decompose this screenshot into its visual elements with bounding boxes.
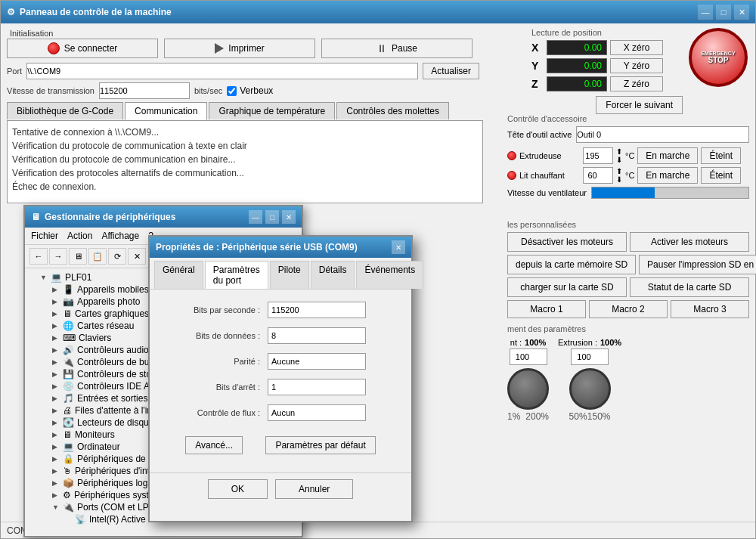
- tab-communication[interactable]: Communication: [125, 102, 207, 120]
- tool-select[interactable]: Outil 0: [576, 126, 749, 143]
- tab-temperature[interactable]: Graphique de température: [209, 102, 335, 119]
- dm-menu-view[interactable]: Affichage: [101, 231, 139, 241]
- z-zero-button[interactable]: Z zéro: [610, 76, 663, 91]
- refresh-button[interactable]: Actualiser: [423, 63, 479, 79]
- print-button[interactable]: Imprimer: [164, 39, 315, 58]
- right-top-panel: Lecture de position X 0.00 X zéro Y 0.00…: [531, 28, 749, 114]
- dm-tool-btn-1[interactable]: ←: [29, 248, 48, 265]
- props-close-button[interactable]: ✕: [392, 240, 405, 254]
- enable-motors-button[interactable]: Activer les moteurs: [630, 232, 749, 252]
- props-field-databits-label: Bits de données :: [162, 331, 268, 340]
- pause-button[interactable]: ⏸ Pause: [321, 39, 472, 58]
- tab-gcode-library[interactable]: Bibliothèque de G-Code: [7, 102, 123, 119]
- close-button[interactable]: ✕: [734, 5, 749, 20]
- dm-controls: — □ ✕: [249, 210, 296, 224]
- dm-tool-btn-4[interactable]: 📋: [88, 248, 107, 265]
- dm-title-bar: 🖥 Gestionnaire de périphériques — □ ✕: [25, 206, 302, 228]
- y-label: Y: [531, 60, 544, 72]
- macro2-button[interactable]: Macro 2: [589, 300, 668, 318]
- upload-sd-button[interactable]: charger sur la carte SD: [507, 277, 627, 297]
- personalized-label: les personnalisées: [507, 220, 749, 229]
- bed-on-button[interactable]: En marche: [637, 167, 698, 184]
- props-tab-details[interactable]: Détails: [311, 261, 355, 289]
- verbose-checkbox[interactable]: [227, 86, 237, 96]
- pause-icon: ⏸: [376, 42, 387, 54]
- extrusion-controls: Extrusion : 100%: [558, 338, 621, 347]
- extruder-temp-input[interactable]: [583, 147, 613, 164]
- extruder-spinner: ⬆⬇: [616, 147, 622, 164]
- maximize-button[interactable]: □: [716, 5, 731, 20]
- log-line-5: Échec de connexion.: [12, 180, 478, 194]
- minimize-button[interactable]: —: [698, 5, 713, 20]
- dm-minimize-button[interactable]: —: [249, 210, 262, 224]
- props-cancel-button[interactable]: Annuler: [275, 479, 353, 499]
- dm-tool-btn-3[interactable]: 🖥: [69, 248, 87, 265]
- y-display: 0.00: [547, 58, 607, 73]
- props-content: Bits par seconde : 115200960019200384005…: [150, 290, 411, 472]
- extruder-unit: °C: [625, 151, 634, 160]
- bed-temp-input[interactable]: [583, 167, 613, 184]
- emergency-text-2: STOP: [708, 56, 728, 64]
- feed-input[interactable]: [510, 348, 547, 365]
- emergency-stop-area: EMERGENCY STOP: [689, 28, 749, 114]
- pause-sd-button[interactable]: Pauser l'impression SD en cours: [639, 255, 756, 274]
- extruder-off-button[interactable]: Éteint: [701, 147, 741, 164]
- verbose-checkbox-label[interactable]: Verbeux: [227, 85, 273, 96]
- dm-tool-btn-2[interactable]: →: [49, 248, 67, 265]
- fan-label: Vitesse du ventilateur: [507, 188, 587, 197]
- extrusion-knob[interactable]: [569, 368, 611, 410]
- y-zero-button[interactable]: Y zéro: [610, 58, 663, 73]
- speed-select[interactable]: 115200: [99, 82, 190, 99]
- props-databits-select[interactable]: 8765: [268, 327, 366, 344]
- bed-row: Lit chauffant ⬆⬇ °C En marche Éteint: [507, 167, 749, 184]
- feed-knob[interactable]: [507, 368, 549, 410]
- emergency-stop-button[interactable]: EMERGENCY STOP: [689, 28, 748, 87]
- dm-tool-btn-5[interactable]: ⟳: [108, 248, 126, 265]
- props-defaults-button[interactable]: Paramètres par défaut: [265, 436, 375, 454]
- macro3-button[interactable]: Macro 3: [671, 300, 749, 318]
- props-tab-events[interactable]: Événements: [356, 261, 423, 289]
- props-advanced-button[interactable]: Avancé...: [185, 436, 243, 454]
- props-parity-select[interactable]: AucunePaireImpaireMarqueEspace: [268, 353, 366, 370]
- x-zero-button[interactable]: X zéro: [610, 40, 663, 55]
- macro1-button[interactable]: Macro 1: [507, 300, 586, 318]
- force-next-button[interactable]: Forcer le suivant: [596, 96, 683, 114]
- x-display: 0.00: [547, 40, 607, 55]
- dm-maximize-button[interactable]: □: [265, 210, 279, 224]
- extruder-dot: [507, 151, 516, 160]
- props-tab-general[interactable]: Général: [154, 261, 203, 289]
- props-flow-select[interactable]: AucunXon / XoffMatériel: [268, 404, 366, 421]
- fan-slider[interactable]: [591, 187, 749, 199]
- bed-off-button[interactable]: Éteint: [701, 167, 741, 184]
- accessory-section: Contrôle d'accessoire Tête d'outil activ…: [507, 114, 749, 202]
- speed-row: Vitesse de transmission 115200 bits/sec …: [7, 82, 273, 99]
- dm-menu-file[interactable]: Fichier: [31, 231, 58, 241]
- port-select[interactable]: \\.\COM9: [26, 63, 418, 79]
- dm-tool-btn-6[interactable]: ✕: [128, 248, 146, 265]
- props-tab-port-params[interactable]: Paramètres du port: [205, 261, 268, 289]
- dm-menu-action[interactable]: Action: [67, 231, 92, 241]
- init-label: Initialisation: [10, 28, 53, 39]
- extrusion-input[interactable]: [571, 348, 609, 365]
- connect-button[interactable]: Se connecter: [7, 39, 158, 58]
- props-tab-driver[interactable]: Pilote: [270, 261, 309, 289]
- tab-wheels[interactable]: Contrôles des molettes: [336, 102, 449, 119]
- extrusion-scale: 50%150%: [569, 411, 611, 422]
- log-line-1: Tentative de connexion à \\.\COM9...: [12, 125, 478, 139]
- extruder-on-button[interactable]: En marche: [637, 147, 698, 164]
- print-from-sd-button[interactable]: depuis la carte mémoire SD: [507, 255, 636, 274]
- props-ok-button[interactable]: OK: [208, 479, 268, 499]
- disable-motors-button[interactable]: Désactiver les moteurs: [507, 232, 627, 252]
- port-row: Port \\.\COM9 Actualiser: [7, 63, 479, 79]
- fan-row: Vitesse du ventilateur: [507, 187, 749, 199]
- props-title-text: Propriétés de : Périphérique série USB (…: [156, 242, 358, 252]
- motor-btn-row-1: Désactiver les moteurs Activer les moteu…: [507, 232, 749, 252]
- dm-close-button[interactable]: ✕: [282, 210, 296, 224]
- sd-status-button[interactable]: Statut de la carte SD: [630, 277, 749, 297]
- props-field-stopbits-label: Bits d'arrêt :: [162, 383, 268, 392]
- props-bps-select[interactable]: 1152009600192003840057600: [268, 302, 366, 318]
- bed-dot: [507, 171, 516, 180]
- z-label: Z: [531, 78, 544, 90]
- props-stopbits-select[interactable]: 11.52: [268, 379, 366, 395]
- bed-label: Lit chauffant: [519, 171, 580, 180]
